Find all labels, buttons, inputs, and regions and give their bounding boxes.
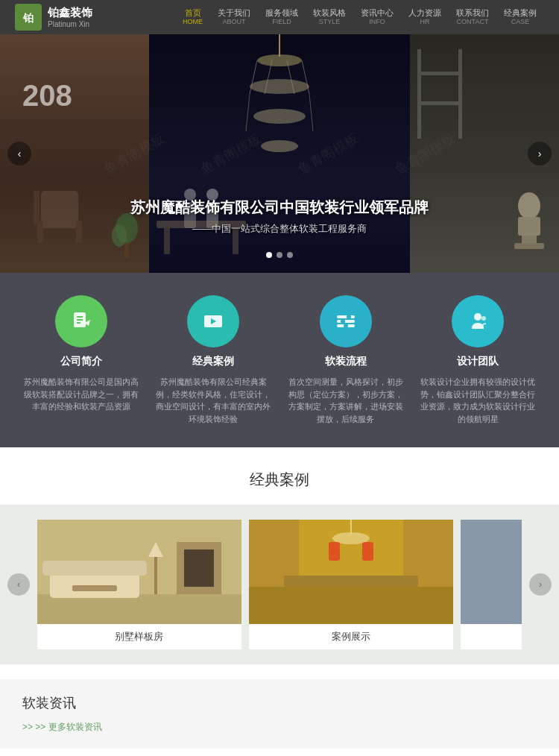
svg-rect-29 xyxy=(522,236,537,243)
nav-field[interactable]: 服务领域 FIELD xyxy=(258,8,306,26)
nav-case[interactable]: 经典案例 CASE xyxy=(496,8,544,26)
svg-rect-30 xyxy=(514,243,544,249)
svg-point-49 xyxy=(481,316,486,321)
feature-title-process: 软装流程 xyxy=(325,355,367,368)
feature-title-team: 设计团队 xyxy=(457,355,499,368)
cases-carousel: 鱼青阁模板 鱼青阁模板 鱼青阁模板 ‹ xyxy=(0,505,559,664)
extra-image xyxy=(461,520,522,624)
feature-classic-cases: 经典案例 苏州魔酷装饰有限公司经典案例，经类软件风格，住宅设计，商业空间设计，有… xyxy=(154,295,273,425)
svg-line-19 xyxy=(309,94,313,131)
features-section: 公司简介 苏州魔酷装饰有限公司是国内高级软装搭配设计品牌之一，拥有丰富的经验和软… xyxy=(0,273,559,447)
svg-rect-60 xyxy=(249,587,453,624)
feature-icon-intro xyxy=(55,295,107,347)
hero-slider: 208 xyxy=(0,34,559,273)
feature-icon-process xyxy=(320,295,372,347)
svg-point-45 xyxy=(341,319,345,324)
feature-title-intro: 公司简介 xyxy=(60,355,102,368)
hero-dots xyxy=(266,252,293,258)
case-card-extra[interactable] xyxy=(461,520,522,649)
svg-line-18 xyxy=(246,94,250,131)
logo-icon: 铂 xyxy=(15,4,42,31)
svg-rect-57 xyxy=(154,557,157,594)
svg-rect-43 xyxy=(337,315,355,318)
nav-info[interactable]: 资讯中心 INFO xyxy=(353,8,401,26)
case-card-villa[interactable]: 别墅样板房 xyxy=(37,520,241,649)
classic-cases-section: 经典案例 鱼青阁模板 鱼青阁模板 鱼青阁模板 ‹ xyxy=(0,447,559,679)
case-label-villa: 别墅样板房 xyxy=(37,624,241,649)
feature-design-team: 设计团队 软装设计企业拥有较强的设计优势，铂鑫设计团队汇聚分整合行业资源，致力成… xyxy=(418,295,537,425)
logo[interactable]: 铂 铂鑫装饰 Platinum Xin xyxy=(15,4,92,31)
feature-desc-cases: 苏州魔酷装饰有限公司经典案例，经类软件风格，住宅设计，商业空间设计，有丰富的室内… xyxy=(154,376,273,425)
svg-text:铂: 铂 xyxy=(22,12,34,24)
cases-next-button[interactable]: › xyxy=(529,573,552,596)
svg-rect-66 xyxy=(284,576,418,587)
hero-panel-center xyxy=(149,34,410,273)
svg-point-12 xyxy=(253,109,306,124)
hero-next-button[interactable]: › xyxy=(528,142,552,166)
svg-point-10 xyxy=(257,54,302,66)
nav-contact[interactable]: 联系我们 CONTACT xyxy=(449,8,496,26)
clients-section: 我们的客户 xyxy=(0,749,559,756)
feature-process: 软装流程 首次空间测量，风格探讨，初步构思（定位方案），初步方案，方案制定，方案… xyxy=(286,295,405,425)
svg-point-47 xyxy=(344,324,348,328)
nav-style[interactable]: 软装风格 STYLE xyxy=(306,8,353,26)
news-section: 软装资讯 >> 更多软装资讯 xyxy=(0,679,559,749)
hero-subtitle: ——中国一站式综合整体软装工程服务商 xyxy=(0,222,559,236)
shelving-decoration xyxy=(417,49,462,139)
feature-desc-team: 软装设计企业拥有较强的设计优势，铂鑫设计团队汇聚分整合行业资源，致力成为软装设计… xyxy=(418,376,537,425)
hotel-image xyxy=(249,520,453,624)
svg-rect-33 xyxy=(417,101,458,105)
hero-prev-button[interactable]: ‹ xyxy=(7,142,31,166)
svg-point-48 xyxy=(474,313,481,321)
news-more-link[interactable]: >> 更多软装资讯 xyxy=(22,721,537,734)
nav-home[interactable]: 首页 HOME xyxy=(175,8,210,26)
case-card-hotel[interactable]: 案例展示 xyxy=(249,520,453,649)
nav-about[interactable]: 关于我们 ABOUT xyxy=(210,8,258,26)
svg-rect-55 xyxy=(184,549,214,587)
feature-icon-cases xyxy=(187,295,239,347)
villa-image xyxy=(37,520,241,624)
svg-rect-34 xyxy=(458,49,462,139)
case-label-hotel: 案例展示 xyxy=(249,624,453,649)
svg-rect-32 xyxy=(417,72,458,75)
hero-overlay: 苏州魔酷装饰有限公司中国软装行业领军品牌 ——中国一站式综合整体软装工程服务商 xyxy=(0,198,559,236)
feature-icon-team xyxy=(452,295,504,347)
header: 铂 铂鑫装饰 Platinum Xin 首页 HOME 关于我们 ABOUT 服… xyxy=(0,0,559,34)
main-nav: 首页 HOME 关于我们 ABOUT 服务领域 FIELD 软装风格 STYLE… xyxy=(175,8,544,26)
svg-point-13 xyxy=(261,140,298,152)
nav-hr[interactable]: 人力资源 HR xyxy=(401,8,449,26)
cases-prev-button[interactable]: ‹ xyxy=(7,573,30,596)
svg-point-46 xyxy=(347,315,351,319)
hero-dot-3[interactable] xyxy=(287,252,293,258)
chandelier-decoration xyxy=(235,34,324,198)
svg-rect-42 xyxy=(337,320,355,323)
news-more-label: 更多软装资讯 xyxy=(48,722,102,732)
feature-title-cases: 经典案例 xyxy=(192,355,234,368)
svg-point-11 xyxy=(250,79,309,94)
svg-rect-53 xyxy=(42,561,147,576)
case-label-extra xyxy=(461,624,522,636)
logo-text: 铂鑫装饰 Platinum Xin xyxy=(48,5,92,30)
svg-rect-67 xyxy=(461,520,522,624)
cases-section-title: 经典案例 xyxy=(0,470,559,490)
news-section-title: 软装资讯 xyxy=(22,694,537,712)
feature-desc-intro: 苏州魔酷装饰有限公司是国内高级软装搭配设计品牌之一，拥有丰富的经验和软装产品资源 xyxy=(22,376,141,413)
svg-rect-56 xyxy=(72,585,117,591)
svg-rect-31 xyxy=(417,49,421,139)
svg-rect-52 xyxy=(50,572,139,598)
svg-rect-64 xyxy=(329,542,340,561)
hero-title: 苏州魔酷装饰有限公司中国软装行业领军品牌 xyxy=(0,198,559,218)
feature-desc-process: 首次空间测量，风格探讨，初步构思（定位方案），初步方案，方案制定，方案讲解，进场… xyxy=(286,376,405,425)
feature-company-intro: 公司简介 苏州魔酷装饰有限公司是国内高级软装搭配设计品牌之一，拥有丰富的经验和软… xyxy=(22,295,141,425)
svg-rect-65 xyxy=(362,542,373,561)
news-more-arrow: >> xyxy=(35,722,48,732)
hero-dot-2[interactable] xyxy=(277,252,282,258)
svg-rect-51 xyxy=(37,594,241,624)
hero-dot-1[interactable] xyxy=(266,252,272,258)
